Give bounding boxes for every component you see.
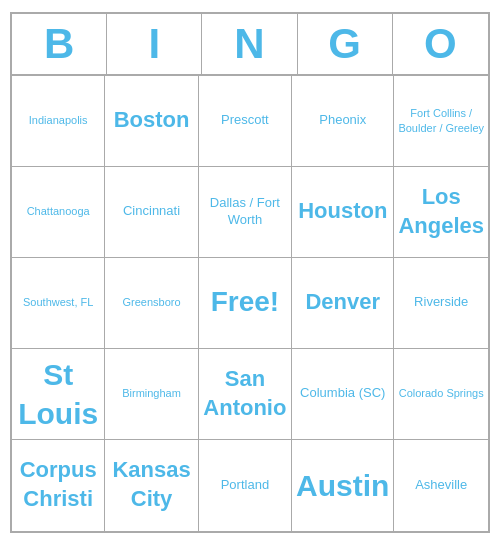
- bingo-cell: Denver: [292, 258, 394, 349]
- bingo-cell: Dallas / Fort Worth: [199, 167, 292, 258]
- bingo-cell: Houston: [292, 167, 394, 258]
- bingo-cell: Corpus Christi: [12, 440, 105, 531]
- bingo-cell: Pheonix: [292, 76, 394, 167]
- bingo-header: BINGO: [12, 14, 488, 76]
- bingo-cell: Prescott: [199, 76, 292, 167]
- bingo-cell: Fort Collins / Boulder / Greeley: [394, 76, 488, 167]
- header-letter-g: G: [298, 14, 393, 74]
- bingo-cell: Southwest, FL: [12, 258, 105, 349]
- bingo-cell: Chattanooga: [12, 167, 105, 258]
- bingo-cell: Colorado Springs: [394, 349, 488, 440]
- bingo-cell: Free!: [199, 258, 292, 349]
- header-letter-n: N: [202, 14, 297, 74]
- bingo-cell: Los Angeles: [394, 167, 488, 258]
- bingo-cell: Indianapolis: [12, 76, 105, 167]
- bingo-cell: San Antonio: [199, 349, 292, 440]
- bingo-cell: Birmingham: [105, 349, 198, 440]
- bingo-grid: IndianapolisBostonPrescottPheonixFort Co…: [12, 76, 488, 531]
- bingo-cell: St Louis: [12, 349, 105, 440]
- header-letter-i: I: [107, 14, 202, 74]
- bingo-cell: Greensboro: [105, 258, 198, 349]
- bingo-cell: Cincinnati: [105, 167, 198, 258]
- bingo-cell: Asheville: [394, 440, 488, 531]
- bingo-cell: Boston: [105, 76, 198, 167]
- bingo-cell: Columbia (SC): [292, 349, 394, 440]
- bingo-cell: Riverside: [394, 258, 488, 349]
- bingo-card: BINGO IndianapolisBostonPrescottPheonixF…: [10, 12, 490, 533]
- header-letter-b: B: [12, 14, 107, 74]
- header-letter-o: O: [393, 14, 488, 74]
- bingo-cell: Portland: [199, 440, 292, 531]
- bingo-cell: Austin: [292, 440, 394, 531]
- bingo-cell: Kansas City: [105, 440, 198, 531]
